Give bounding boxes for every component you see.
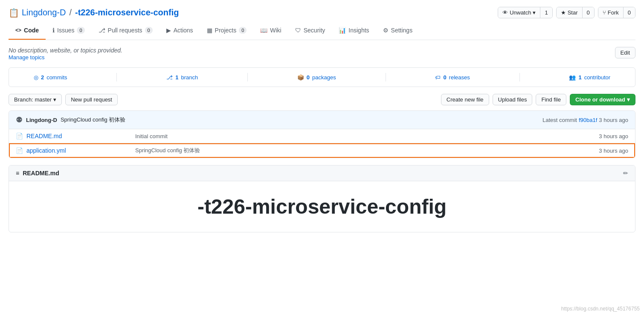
projects-icon: ▦ <box>207 27 212 34</box>
find-file-button[interactable]: Find file <box>536 94 566 105</box>
repo-title: 📋 Lingdong-D / -t226-microservice-config <box>9 8 179 18</box>
tab-wiki[interactable]: 📖 Wiki <box>253 22 288 40</box>
repo-icon: 📋 <box>9 8 19 18</box>
tab-pull-requests[interactable]: ⎇ Pull requests 0 <box>92 22 160 40</box>
clone-label: Clone or download <box>575 96 625 103</box>
description-text: No description, website, or topics provi… <box>9 47 122 54</box>
commit-time: 3 hours ago <box>599 117 628 123</box>
readme-heading: -t226-microservice-config <box>23 195 621 218</box>
unwatch-count[interactable]: 1 <box>540 7 552 18</box>
packages-stat[interactable]: 📦 0 packages <box>297 74 336 81</box>
file-list: ⚉ Lingdong-D SpringCloud config 初体验 Late… <box>9 110 635 158</box>
stat-divider-2 <box>247 73 248 81</box>
tab-settings[interactable]: ⚙ Settings <box>376 22 420 40</box>
branches-stat[interactable]: ⎇ 1 branch <box>166 74 198 81</box>
branch-selector-label: Branch: master <box>14 96 52 103</box>
fork-count[interactable]: 0 <box>624 7 635 18</box>
create-new-file-button[interactable]: Create new file <box>441 94 489 105</box>
tab-security[interactable]: 🛡 Security <box>288 22 332 40</box>
fork-label: Fork <box>608 9 619 16</box>
star-button[interactable]: ★ Star <box>557 7 583 18</box>
file-row-readme: 📄 README.md Initial commit 3 hours ago <box>9 129 635 143</box>
repo-actions: 👁 Unwatch ▾ 1 ★ Star 0 <box>498 7 635 18</box>
chevron-down-icon: ▾ <box>53 96 56 103</box>
issues-icon: ℹ <box>52 27 55 34</box>
repo-description-section: No description, website, or topics provi… <box>9 47 635 61</box>
readme-book-icon: ≡ <box>16 170 19 177</box>
edit-button[interactable]: Edit <box>615 47 635 58</box>
file-message-yml: SpringCloud config 初体验 <box>135 147 586 154</box>
tab-actions[interactable]: ▶ Actions <box>160 22 200 40</box>
commit-info: ⚉ Lingdong-D SpringCloud config 初体验 <box>16 115 125 125</box>
tag-icon: 🏷 <box>435 74 441 81</box>
commit-message: SpringCloud config 初体验 <box>61 116 125 124</box>
repo-owner-link[interactable]: Lingdong-D <box>22 8 66 17</box>
commit-author-link[interactable]: Lingdong-D <box>26 117 57 123</box>
issues-badge: 0 <box>77 27 84 34</box>
tab-code[interactable]: <> Code <box>9 22 46 40</box>
chevron-down-icon: ▾ <box>533 9 536 16</box>
fork-icon: ⑂ <box>603 9 606 16</box>
latest-commit-prefix: Latest commit <box>542 117 577 123</box>
star-group: ★ Star 0 <box>556 7 595 18</box>
readme-section: ≡ README.md ✏ -t226-microservice-config <box>9 165 635 232</box>
clone-or-download-button[interactable]: Clone or download ▾ <box>570 94 635 105</box>
star-count[interactable]: 0 <box>583 7 594 18</box>
manage-topics-link[interactable]: Manage topics <box>9 54 45 61</box>
shield-icon: 🛡 <box>295 27 301 34</box>
readme-edit-icon[interactable]: ✏ <box>623 170 628 177</box>
readme-body: -t226-microservice-config <box>9 181 635 232</box>
projects-badge: 0 <box>239 27 247 34</box>
commits-stat[interactable]: ◎ 2 commits <box>34 74 67 81</box>
chevron-down-icon-clone: ▾ <box>627 96 630 103</box>
description-left: No description, website, or topics provi… <box>9 47 122 61</box>
eye-icon: 👁 <box>502 9 508 16</box>
releases-stat[interactable]: 🏷 0 releases <box>435 74 470 81</box>
application-yml-link[interactable]: application.yml <box>26 147 66 154</box>
tab-projects[interactable]: ▦ Projects 0 <box>200 22 254 40</box>
contributors-stat[interactable]: 👥 1 contributor <box>569 74 610 81</box>
tab-insights[interactable]: 📊 Insights <box>332 22 376 40</box>
file-time-yml: 3 hours ago <box>586 148 628 154</box>
repo-separator: / <box>69 8 72 17</box>
pull-request-icon: ⎇ <box>99 27 105 34</box>
fork-group: ⑂ Fork 0 <box>598 7 635 18</box>
unwatch-label: Unwatch <box>510 9 531 16</box>
fork-button[interactable]: ⑂ Fork <box>598 7 624 18</box>
unwatch-group: 👁 Unwatch ▾ 1 <box>498 7 553 18</box>
toolbar-right: Create new file Upload files Find file C… <box>441 94 635 105</box>
people-icon: 👥 <box>569 74 576 81</box>
toolbar-left: Branch: master ▾ New pull request <box>9 94 118 105</box>
file-name-col: 📄 README.md <box>16 133 135 139</box>
readme-title: ≡ README.md <box>16 170 59 177</box>
readme-header: ≡ README.md ✏ <box>9 165 635 181</box>
branch-selector[interactable]: Branch: master ▾ <box>9 94 62 105</box>
commit-avatar-icon: ⚉ <box>16 115 23 125</box>
gear-icon: ⚙ <box>383 27 389 34</box>
commit-meta: Latest commit f90ba1f 3 hours ago <box>542 117 628 123</box>
stat-divider-3 <box>386 73 386 81</box>
pr-badge: 0 <box>145 27 153 34</box>
commit-hash-link[interactable]: f90ba1f <box>579 117 597 123</box>
package-icon: 📦 <box>297 74 304 81</box>
latest-commit-row: ⚉ Lingdong-D SpringCloud config 初体验 Late… <box>9 111 635 129</box>
file-icon-yml: 📄 <box>16 147 23 154</box>
file-toolbar: Branch: master ▾ New pull request Create… <box>9 94 635 105</box>
new-pull-request-button[interactable]: New pull request <box>65 94 118 105</box>
stat-divider-1 <box>116 73 117 81</box>
readme-file-link[interactable]: README.md <box>26 133 62 139</box>
repo-name-link[interactable]: -t226-microservice-config <box>75 8 179 17</box>
file-icon-readme: 📄 <box>16 133 23 139</box>
file-row-application-yml: 📄 application.yml SpringCloud config 初体验… <box>9 143 635 158</box>
stat-divider-4 <box>519 73 520 81</box>
file-time-readme: 3 hours ago <box>586 133 628 139</box>
tab-issues[interactable]: ℹ Issues 0 <box>46 22 92 40</box>
unwatch-button[interactable]: 👁 Unwatch ▾ <box>498 7 541 18</box>
stats-bar: ◎ 2 commits ⎇ 1 branch 📦 0 packages 🏷 0 … <box>9 67 635 87</box>
upload-files-button[interactable]: Upload files <box>493 94 533 105</box>
star-icon: ★ <box>561 9 566 16</box>
branch-icon: ⎇ <box>166 74 173 81</box>
star-label: Star <box>568 9 578 16</box>
insights-icon: 📊 <box>339 27 346 34</box>
file-message-readme: Initial commit <box>135 133 586 139</box>
